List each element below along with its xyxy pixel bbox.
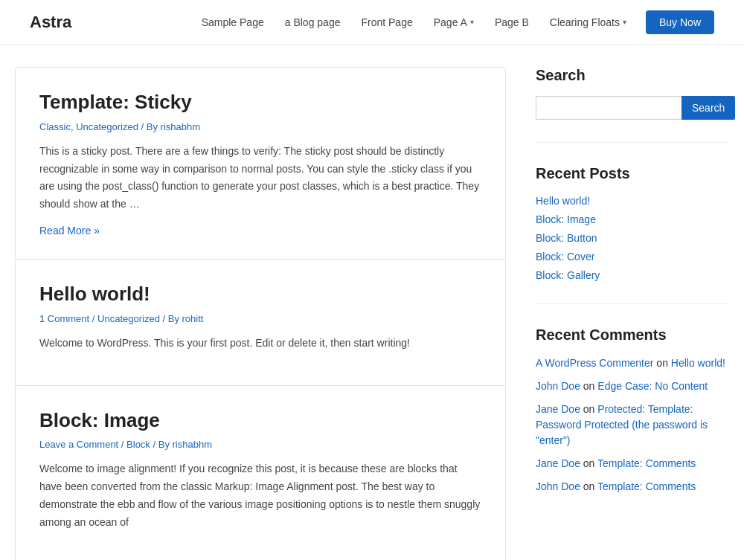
post-author[interactable]: rishabhm [161, 121, 200, 132]
post-title: Hello world! [39, 282, 481, 307]
search-button[interactable]: Search [682, 96, 735, 120]
recent-posts-widget: Recent Posts Hello world! Block: Image B… [536, 142, 729, 281]
post-category-block[interactable]: Block [126, 439, 150, 450]
recent-comments-widget: Recent Comments A WordPress Commenter on… [536, 303, 729, 495]
recent-post-link[interactable]: Hello world! [536, 195, 590, 207]
comment-post-link[interactable]: Template: Comments [597, 480, 696, 492]
search-input[interactable] [536, 96, 682, 120]
buy-now-button[interactable]: Buy Now [646, 10, 714, 34]
main-column: Template: Sticky Classic, Uncategorized … [15, 67, 506, 560]
post-card: Template: Sticky Classic, Uncategorized … [15, 67, 506, 260]
recent-comments-list: A WordPress Commenter on Hello world! Jo… [536, 355, 729, 495]
chevron-down-icon: ▾ [623, 18, 626, 26]
list-item: Jane Doe on Protected: Template: Passwor… [536, 402, 729, 448]
comment-on: on [583, 380, 597, 392]
comment-on: on [583, 403, 597, 415]
search-widget-title: Search [536, 67, 729, 84]
recent-posts-list: Hello world! Block: Image Block: Button … [536, 194, 729, 281]
search-widget: Search Search [536, 67, 729, 120]
list-item: Block: Cover [536, 250, 729, 263]
recent-post-link[interactable]: Block: Image [536, 213, 596, 225]
nav-front-page[interactable]: Front Page [353, 12, 420, 33]
post-excerpt: This is a sticky post. There are a few t… [39, 143, 481, 213]
post-category-uncategorized[interactable]: Uncategorized [97, 313, 160, 324]
recent-post-link[interactable]: Block: Gallery [536, 269, 600, 281]
commenter-link[interactable]: A WordPress Commenter [536, 357, 653, 369]
list-item: Jane Doe on Template: Comments [536, 456, 729, 472]
sidebar: Search Search Recent Posts Hello world! … [536, 67, 729, 560]
post-card: Block: Image Leave a Comment / Block / B… [15, 386, 506, 560]
post-comment-count[interactable]: 1 Comment [39, 313, 89, 324]
list-item: John Doe on Edge Case: No Content [536, 379, 729, 394]
post-category-classic[interactable]: Classic [39, 121, 71, 132]
list-item: Hello world! [536, 194, 729, 207]
list-item: A WordPress Commenter on Hello world! [536, 355, 729, 371]
recent-post-link[interactable]: Block: Cover [536, 251, 594, 263]
nav-page-a[interactable]: Page A ▾ [426, 12, 481, 33]
post-title: Block: Image [39, 408, 481, 434]
list-item: Block: Gallery [536, 268, 729, 281]
nav-blog-page[interactable]: a Blog page [278, 12, 348, 33]
post-meta: Classic, Uncategorized / By rishabhm [39, 121, 481, 132]
post-author[interactable]: rishabhm [173, 439, 212, 450]
nav-sample-page[interactable]: Sample Page [194, 12, 272, 33]
main-nav: Sample Page a Blog page Front Page Page … [194, 10, 714, 34]
post-meta: 1 Comment / Uncategorized / By rohitt [39, 313, 481, 324]
commenter-link[interactable]: John Doe [536, 480, 580, 492]
comment-on: on [656, 357, 670, 369]
comment-post-link[interactable]: Hello world! [671, 357, 725, 369]
post-title: Template: Sticky [39, 90, 481, 115]
comment-on: on [583, 480, 597, 492]
comment-post-link[interactable]: Edge Case: No Content [597, 380, 708, 392]
post-leave-comment[interactable]: Leave a Comment [39, 439, 118, 450]
list-item: Block: Button [536, 231, 729, 244]
site-logo[interactable]: Astra [30, 13, 71, 32]
comment-on: on [583, 457, 597, 469]
post-meta: Leave a Comment / Block / By rishabhm [39, 439, 481, 450]
site-content: Template: Sticky Classic, Uncategorized … [0, 45, 744, 560]
list-item: John Doe on Template: Comments [536, 479, 729, 495]
recent-comments-title: Recent Comments [536, 326, 729, 344]
commenter-link[interactable]: Jane Doe [536, 403, 580, 415]
recent-posts-title: Recent Posts [536, 165, 729, 182]
post-excerpt: Welcome to WordPress. This is your first… [39, 335, 481, 353]
post-author[interactable]: rohitt [182, 313, 204, 324]
post-category-uncategorized[interactable]: Uncategorized [76, 121, 138, 132]
nav-clearing-floats[interactable]: Clearing Floats ▾ [542, 12, 634, 33]
commenter-link[interactable]: Jane Doe [536, 457, 580, 469]
post-card: Hello world! 1 Comment / Uncategorized /… [15, 260, 506, 386]
recent-post-link[interactable]: Block: Button [536, 232, 597, 244]
search-area: Search [536, 96, 729, 120]
post-excerpt: Welcome to image alignment! If you recog… [39, 460, 481, 531]
comment-post-link[interactable]: Template: Comments [597, 457, 696, 469]
list-item: Block: Image [536, 213, 729, 225]
nav-page-b[interactable]: Page B [487, 12, 536, 33]
site-header: Astra Sample Page a Blog page Front Page… [0, 0, 744, 45]
chevron-down-icon: ▾ [470, 18, 474, 26]
read-more-link[interactable]: Read More » [39, 225, 100, 236]
commenter-link[interactable]: John Doe [536, 380, 580, 392]
